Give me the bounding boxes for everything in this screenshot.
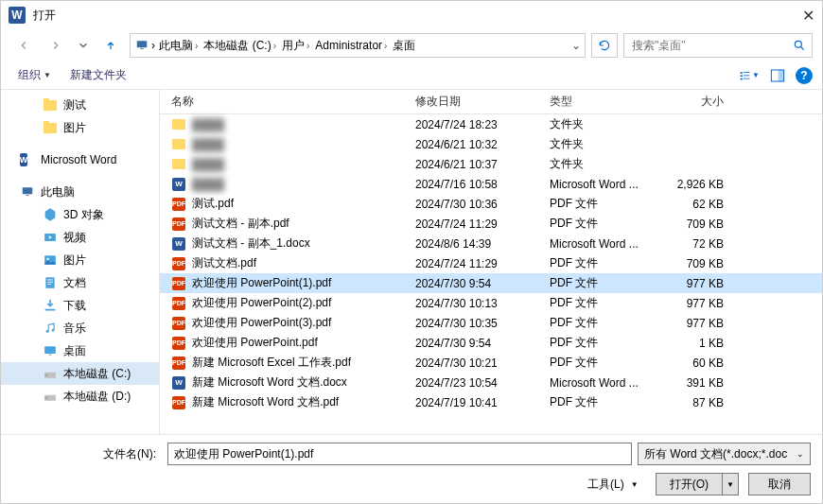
col-type[interactable]: 类型 — [550, 94, 663, 110]
file-row[interactable]: PDF测试.pdf2024/7/30 10:36PDF 文件62 KB — [160, 194, 822, 214]
filename-input[interactable] — [167, 443, 632, 465]
folder-icon — [172, 159, 185, 169]
toolbar: 组织▼ 新建文件夹 ▼ ? — [1, 61, 822, 90]
breadcrumb-item[interactable]: 用户› — [280, 38, 311, 54]
svg-rect-11 — [23, 187, 33, 194]
new-folder-button[interactable]: 新建文件夹 — [62, 64, 134, 86]
close-icon[interactable]: ✕ — [802, 7, 814, 25]
file-row[interactable]: PDF新建 Microsoft Excel 工作表.pdf2024/7/30 1… — [160, 353, 822, 373]
file-name: ████ — [192, 138, 224, 151]
file-row[interactable]: PDF新建 Microsoft Word 文档.pdf2024/7/19 10:… — [160, 392, 822, 412]
nav-drive-item[interactable]: 本地磁盘 (D:) — [1, 385, 159, 408]
file-type: Microsoft Word ... — [550, 376, 663, 390]
folder-icon — [44, 100, 57, 111]
svg-rect-3 — [741, 72, 743, 74]
pdf-icon: PDF — [172, 257, 185, 270]
col-size[interactable]: 大小 — [663, 94, 731, 110]
nav-thispc-child[interactable]: 图片 — [1, 249, 159, 271]
nav-up-button[interactable] — [97, 32, 124, 59]
nav-thispc-child[interactable]: 文档 — [1, 271, 159, 294]
file-row[interactable]: W████2024/7/16 10:58Microsoft Word ...2,… — [160, 174, 822, 194]
nav-thispc[interactable]: 此电脑 — [1, 181, 159, 203]
svg-rect-27 — [45, 397, 47, 398]
nav-thispc-child[interactable]: 视频 — [1, 226, 159, 249]
file-row[interactable]: ████2024/7/24 18:23文件夹 — [160, 114, 822, 134]
3d-icon — [43, 207, 58, 222]
file-type: PDF 文件 — [550, 355, 663, 371]
open-dropdown[interactable]: ▼ — [723, 474, 738, 495]
file-date: 2024/7/24 18:23 — [415, 118, 550, 131]
col-date[interactable]: 修改日期 — [415, 94, 550, 110]
nav-word-item[interactable]: WMicrosoft Word — [1, 148, 159, 171]
chevron-down-icon[interactable]: ⌄ — [571, 39, 581, 52]
file-row[interactable]: W测试文档 - 副本_1.docx2024/8/6 14:39Microsoft… — [160, 234, 822, 253]
breadcrumb-item[interactable]: 桌面 — [391, 38, 417, 54]
file-date: 2024/7/24 11:29 — [415, 217, 550, 231]
cancel-button[interactable]: 取消 — [748, 473, 811, 495]
organize-button[interactable]: 组织▼ — [10, 64, 59, 86]
tools-button[interactable]: 工具(L)▼ — [580, 475, 646, 495]
svg-rect-10 — [779, 70, 784, 81]
pdf-icon: PDF — [172, 277, 185, 290]
word-icon: W — [9, 7, 26, 24]
nav-thispc-child[interactable]: 桌面 — [1, 339, 159, 362]
breadcrumb-item[interactable]: Administrator› — [313, 39, 389, 52]
preview-pane-button[interactable] — [767, 66, 788, 85]
breadcrumb-item[interactable]: 此电脑› — [157, 38, 200, 54]
nav-thispc-child[interactable]: 音乐 — [1, 317, 159, 339]
help-button[interactable]: ? — [796, 67, 813, 84]
col-name[interactable]: 名称 — [171, 94, 415, 110]
filetype-filter[interactable]: 所有 Word 文档(*.docx;*.doc⌄ — [638, 443, 811, 465]
file-type: PDF 文件 — [550, 335, 663, 351]
pdf-icon: PDF — [172, 217, 185, 231]
column-headers[interactable]: 名称 修改日期 类型 大小 — [160, 90, 822, 114]
svg-rect-4 — [744, 72, 750, 73]
svg-rect-6 — [744, 75, 750, 76]
file-date: 2024/7/19 10:41 — [415, 396, 550, 409]
file-name: ████ — [192, 118, 224, 131]
word-icon: W — [20, 153, 28, 166]
file-list[interactable]: 名称 修改日期 类型 大小 ████2024/7/24 18:23文件夹████… — [160, 90, 822, 434]
nav-thispc-child[interactable]: 3D 对象 — [1, 203, 159, 226]
file-type: 文件夹 — [550, 136, 663, 152]
file-row[interactable]: ████2024/6/21 10:37文件夹 — [160, 154, 822, 174]
downloads-icon — [43, 298, 58, 313]
file-row[interactable]: PDF欢迎使用 PowerPoint(1).pdf2024/7/30 9:54P… — [160, 273, 822, 293]
nav-recent-button[interactable] — [75, 32, 92, 59]
nav-thispc-child[interactable]: 下载 — [1, 294, 159, 317]
file-row[interactable]: PDF欢迎使用 PowerPoint(3).pdf2024/7/30 10:35… — [160, 313, 822, 333]
file-name: 测试文档 - 副本.pdf — [192, 216, 289, 232]
view-details-button[interactable]: ▼ — [739, 66, 760, 85]
nav-tree[interactable]: 测试 图片 WMicrosoft Word 此电脑 3D 对象 视频 图片 文档… — [1, 90, 160, 434]
file-row[interactable]: W新建 Microsoft Word 文档.docx2024/7/23 10:5… — [160, 373, 822, 392]
nav-quick-item[interactable]: 图片 — [1, 116, 159, 139]
file-date: 2024/7/30 9:54 — [415, 277, 550, 290]
file-type: PDF 文件 — [550, 255, 663, 271]
file-row[interactable]: PDF测试文档.pdf2024/7/24 11:29PDF 文件709 KB — [160, 253, 822, 273]
file-type: PDF 文件 — [550, 275, 663, 291]
open-button[interactable]: 打开(O) ▼ — [656, 473, 739, 495]
file-date: 2024/7/30 10:21 — [415, 356, 550, 370]
file-size: 2,926 KB — [663, 178, 731, 191]
file-size: 977 KB — [663, 297, 731, 310]
file-row[interactable]: ████2024/6/21 10:32文件夹 — [160, 134, 822, 154]
video-icon — [43, 231, 58, 244]
file-name: 新建 Microsoft Word 文档.pdf — [192, 394, 339, 410]
nav-quick-item[interactable]: 测试 — [1, 94, 159, 116]
pdf-icon: PDF — [172, 297, 185, 310]
file-name: 测试.pdf — [192, 196, 234, 212]
file-row[interactable]: PDF欢迎使用 PowerPoint(2).pdf2024/7/30 10:13… — [160, 293, 822, 313]
nav-forward-button — [43, 32, 69, 59]
svg-rect-18 — [47, 282, 53, 283]
breadcrumb[interactable]: › 此电脑› 本地磁盘 (C:)› 用户› Administrator› 桌面 … — [130, 33, 586, 58]
file-size: 709 KB — [663, 257, 731, 270]
file-row[interactable]: PDF欢迎使用 PowerPoint.pdf2024/7/30 9:54PDF … — [160, 333, 822, 353]
nav-drive-item[interactable]: 本地磁盘 (C:) — [1, 362, 159, 385]
file-row[interactable]: PDF测试文档 - 副本.pdf2024/7/24 11:29PDF 文件709… — [160, 214, 822, 234]
search-input[interactable] — [623, 33, 813, 58]
breadcrumb-item[interactable]: 本地磁盘 (C:)› — [201, 38, 278, 54]
refresh-button[interactable] — [591, 33, 618, 58]
svg-rect-8 — [744, 78, 750, 78]
svg-point-2 — [795, 41, 801, 47]
desktop-icon — [43, 344, 58, 357]
